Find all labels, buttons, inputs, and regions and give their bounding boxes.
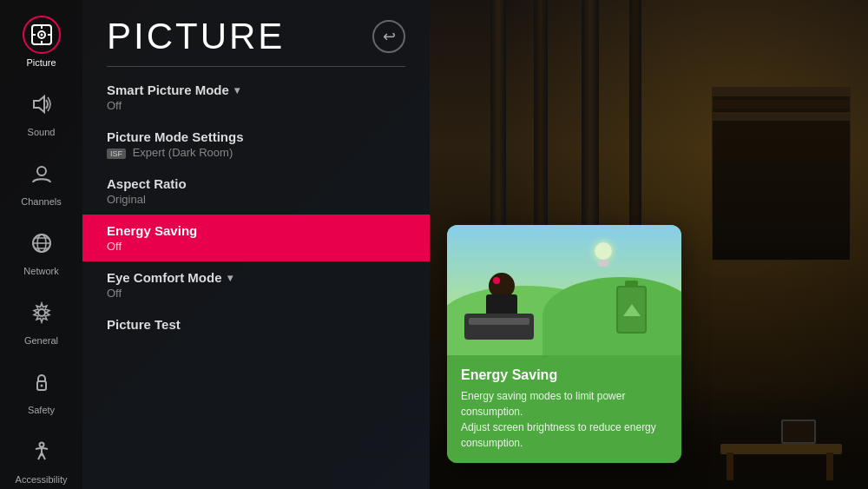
tooltip-illustration bbox=[447, 225, 681, 355]
sidebar-label-sound: Sound bbox=[28, 127, 56, 137]
menu-item-smart-picture-mode[interactable]: Smart Picture Mode ▾ Off bbox=[82, 74, 430, 121]
picture-icon bbox=[23, 16, 61, 54]
page-title: PICTURE bbox=[107, 16, 285, 57]
chevron-down-icon: ▾ bbox=[234, 84, 240, 96]
energy-saving-value: Off bbox=[107, 240, 405, 253]
table-leg-1 bbox=[826, 453, 833, 480]
table-leg-2 bbox=[727, 453, 733, 480]
network-icon bbox=[23, 224, 61, 262]
sidebar-label-network: Network bbox=[23, 266, 58, 276]
eye-comfort-mode-title: Eye Comfort Mode ▾ bbox=[107, 270, 405, 285]
sidebar: Picture Sound Channels bbox=[0, 0, 82, 489]
tooltip-heading: Energy Saving bbox=[461, 367, 667, 383]
pillar-2 bbox=[534, 0, 548, 261]
menu-item-picture-test[interactable]: Picture Test bbox=[82, 308, 430, 340]
aspect-ratio-value: Original bbox=[107, 193, 405, 206]
table-top bbox=[720, 444, 842, 454]
panel-divider bbox=[107, 66, 405, 67]
sidebar-item-safety[interactable]: Safety bbox=[0, 354, 82, 424]
sidebar-label-picture: Picture bbox=[26, 57, 56, 68]
svg-point-2 bbox=[40, 34, 43, 36]
svg-point-17 bbox=[39, 443, 43, 447]
tooltip-card: Energy Saving Energy saving modes to lim… bbox=[447, 225, 681, 463]
panel-header: PICTURE ↩ bbox=[82, 0, 430, 66]
chevron-down-icon-2: ▾ bbox=[227, 272, 233, 284]
treadmill bbox=[464, 314, 534, 340]
menu-item-picture-mode-settings[interactable]: Picture Mode Settings ISF Expert (Dark R… bbox=[82, 121, 430, 168]
sidebar-item-general[interactable]: General bbox=[0, 285, 82, 354]
monitor bbox=[781, 420, 816, 444]
eye-comfort-mode-value: Off bbox=[107, 287, 405, 300]
machine-1 bbox=[712, 87, 851, 261]
sidebar-item-sound[interactable]: Sound bbox=[0, 76, 82, 146]
menu-item-eye-comfort-mode[interactable]: Eye Comfort Mode ▾ Off bbox=[82, 261, 430, 308]
svg-point-14 bbox=[38, 309, 45, 316]
battery-arrow bbox=[623, 304, 641, 316]
safety-icon bbox=[23, 363, 61, 401]
picture-test-title: Picture Test bbox=[107, 317, 405, 332]
svg-point-8 bbox=[37, 167, 46, 175]
right-area: Energy Saving Energy saving modes to lim… bbox=[430, 0, 868, 489]
tooltip-text-area: Energy Saving Energy saving modes to lim… bbox=[447, 355, 681, 463]
menu-item-energy-saving[interactable]: Energy Saving Off bbox=[82, 215, 430, 261]
smart-picture-mode-value: Off bbox=[107, 99, 405, 112]
sidebar-item-network[interactable]: Network bbox=[0, 215, 82, 285]
light-bulb-icon bbox=[595, 242, 612, 267]
sound-icon bbox=[23, 85, 61, 123]
back-button[interactable]: ↩ bbox=[372, 20, 405, 53]
menu-item-aspect-ratio[interactable]: Aspect Ratio Original bbox=[82, 168, 430, 215]
sidebar-item-picture[interactable]: Picture bbox=[0, 7, 82, 76]
sidebar-label-general: General bbox=[24, 335, 58, 346]
battery-icon bbox=[616, 286, 647, 334]
main-panel: PICTURE ↩ Smart Picture Mode ▾ Off Pictu… bbox=[82, 0, 430, 489]
accessibility-icon bbox=[23, 433, 61, 471]
hill-front bbox=[542, 277, 681, 355]
aspect-ratio-title: Aspect Ratio bbox=[107, 176, 405, 191]
general-icon bbox=[23, 294, 61, 332]
svg-marker-7 bbox=[34, 96, 44, 112]
isf-badge: ISF bbox=[107, 149, 126, 159]
picture-mode-settings-title: Picture Mode Settings bbox=[107, 129, 405, 144]
picture-mode-settings-value: ISF Expert (Dark Room) bbox=[107, 146, 405, 159]
pillar-4 bbox=[629, 0, 641, 243]
sidebar-item-accessibility[interactable]: Accessibility bbox=[0, 424, 82, 489]
back-icon: ↩ bbox=[383, 27, 396, 46]
tooltip-description: Energy saving modes to limit power consu… bbox=[461, 388, 667, 451]
channels-icon bbox=[23, 155, 61, 193]
smart-picture-mode-title: Smart Picture Mode ▾ bbox=[107, 83, 405, 97]
sidebar-label-accessibility: Accessibility bbox=[16, 474, 68, 485]
sidebar-label-safety: Safety bbox=[28, 405, 55, 415]
energy-saving-title: Energy Saving bbox=[107, 223, 405, 238]
svg-point-16 bbox=[40, 385, 43, 387]
sidebar-item-channels[interactable]: Channels bbox=[0, 146, 82, 215]
sidebar-label-channels: Channels bbox=[21, 196, 61, 207]
